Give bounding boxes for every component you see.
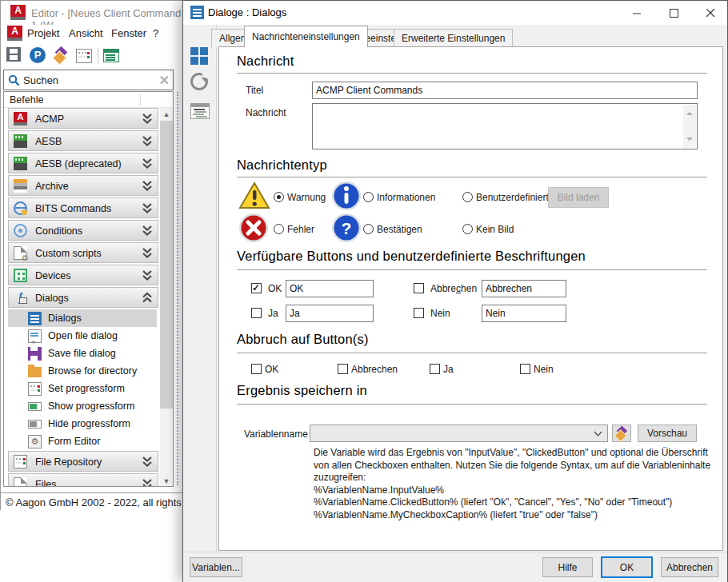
list-item-label: Dialogs (48, 313, 82, 324)
scroll-up-icon[interactable] (686, 109, 693, 115)
menu-ansicht[interactable]: Ansicht (69, 27, 103, 39)
variablen-button[interactable]: Variablen... (190, 557, 242, 577)
nein-caption-input[interactable] (482, 305, 566, 322)
header-column-divider (140, 94, 141, 106)
radio-fehler[interactable] (274, 224, 284, 234)
group-aesb-deprecated[interactable]: AESB (deprecated) (8, 153, 158, 173)
chevron-double-down-icon[interactable] (142, 202, 153, 214)
clear-search-icon[interactable]: ✕ (159, 73, 170, 88)
chevron-double-down-icon[interactable] (142, 247, 153, 259)
group-aesb[interactable]: AESB (8, 130, 158, 151)
group-devices[interactable]: Devices (8, 265, 158, 285)
form-button[interactable] (103, 47, 121, 65)
abort-checkbox-ja[interactable] (430, 364, 440, 374)
close-button[interactable] (698, 2, 722, 24)
list-item-show-progressform[interactable]: Show progressform (8, 397, 157, 415)
chevron-double-down-icon[interactable] (142, 269, 153, 281)
chevron-double-down-icon[interactable] (142, 478, 153, 487)
dialog-window: Dialoge : Dialogs Allgemein Nachrichtene… (182, 0, 728, 582)
vorschau-button[interactable]: Vorschau (638, 425, 697, 442)
project-button[interactable]: P (30, 47, 47, 65)
nachricht-textarea[interactable] (312, 103, 698, 149)
refresh-button[interactable] (190, 73, 210, 92)
group-label: AESB (deprecated) (35, 158, 122, 169)
list-item-save-file-dialog[interactable]: Save file dialog (8, 345, 157, 362)
ja-caption-input[interactable] (286, 305, 374, 322)
list-item-dialogs[interactable]: Dialogs (8, 309, 157, 327)
radio-kein-bild[interactable] (462, 224, 473, 234)
minimize-button[interactable] (625, 2, 649, 24)
help-line: %VariablenName.MyCheckboxCaption% (liefe… (314, 509, 710, 522)
menu-help[interactable]: ? (153, 27, 158, 39)
tab-nachrichteneinstellungen[interactable]: Nachrichteneinstellungen (244, 26, 368, 47)
menu-fenster[interactable]: Fenster (111, 27, 146, 39)
maximize-button[interactable] (662, 2, 686, 24)
ok-button[interactable]: OK (601, 556, 653, 578)
report-button[interactable] (190, 103, 210, 122)
chevron-double-down-icon[interactable] (142, 113, 153, 125)
repository-button[interactable] (76, 47, 94, 65)
question-icon: ? (331, 213, 362, 243)
scroll-down-icon[interactable]: ▼ (160, 475, 173, 487)
chevron-double-up-icon[interactable] (142, 292, 153, 304)
window-splitter[interactable] (177, 92, 179, 485)
group-files[interactable]: Files (8, 473, 158, 487)
group-conditions[interactable]: Conditions (8, 220, 158, 241)
panes-button[interactable] (190, 47, 210, 66)
hilfe-button[interactable]: Hilfe (542, 557, 593, 577)
variablenname-combobox[interactable] (310, 425, 608, 442)
chevron-double-down-icon[interactable] (142, 135, 153, 147)
list-item-hide-progressform[interactable]: Hide progressform (8, 415, 157, 433)
menu-projekt[interactable]: Projekt (27, 27, 59, 39)
section-heading-ergebnis: Ergebnis speichern in (237, 383, 367, 398)
save-button[interactable] (6, 47, 24, 65)
group-custom-scripts[interactable]: Custom scripts (8, 242, 158, 263)
insert-variable-button[interactable] (612, 425, 631, 442)
chevron-double-down-icon[interactable] (142, 225, 153, 237)
group-file-repository[interactable]: File Repository (8, 451, 158, 472)
abort-checkbox-nein[interactable] (520, 364, 530, 374)
abbrechen-caption-input[interactable] (482, 280, 566, 297)
radio-benutzerdefiniert[interactable] (462, 192, 473, 202)
section-divider (237, 177, 707, 177)
list-item-browse-for-directory[interactable]: Browse for directory (8, 362, 157, 380)
checkbox-abbrechen[interactable] (414, 283, 424, 293)
ok-caption-input[interactable] (286, 280, 374, 297)
chevron-double-down-icon[interactable] (142, 157, 153, 169)
radio-warnung[interactable] (274, 192, 284, 202)
help-line: Die Variable wird das Ergebnis von "Inpu… (314, 447, 710, 460)
radio-bestaetigen[interactable] (363, 224, 374, 234)
group-label: Devices (35, 270, 70, 281)
checkbox-ok[interactable] (251, 283, 262, 293)
variables-button[interactable] (53, 47, 70, 65)
list-item-label: Open file dialog (48, 330, 118, 341)
group-label: File Repository (35, 456, 102, 468)
list-item-open-file-dialog[interactable]: Open file dialog (8, 327, 157, 345)
list-item-label: Browse for directory (48, 365, 137, 377)
bild-laden-button[interactable]: Bild laden (548, 187, 609, 208)
checkbox-ja[interactable] (251, 308, 262, 318)
abbrechen-button[interactable]: Abbrechen (661, 557, 718, 577)
editor-titlebar[interactable]: A Editor - [Neues Client Command 1 (W (1, 1, 184, 25)
tab-erweiterte-einstellungen[interactable]: Erweiterte Einstellungen (394, 29, 513, 47)
textarea-scrollbar[interactable] (683, 105, 696, 148)
abort-checkbox-abbrechen[interactable] (338, 364, 348, 374)
scroll-up-icon[interactable]: ▲ (160, 108, 173, 121)
radio-informationen[interactable] (363, 192, 374, 202)
abort-checkbox-ok[interactable] (251, 364, 262, 374)
group-dialogs[interactable]: ʃ Dialogs (8, 287, 158, 308)
search-input[interactable] (23, 71, 151, 89)
list-item-form-editor[interactable]: ⚙ Form Editor (8, 433, 157, 450)
group-acmp[interactable]: A ACMP (8, 108, 158, 129)
group-bits-commands[interactable]: BITS Commands (8, 197, 158, 218)
checkbox-nein[interactable] (414, 308, 424, 318)
scrollbar-thumb[interactable] (160, 121, 173, 409)
chevron-double-down-icon[interactable] (142, 180, 153, 192)
sidebar-scrollbar[interactable]: ▲ ▼ (160, 108, 173, 487)
group-archive[interactable]: Archive (8, 175, 158, 196)
chevron-double-down-icon[interactable] (142, 456, 153, 468)
list-item-set-progressform-properties[interactable]: Set progressform prope... (8, 380, 157, 397)
scroll-down-icon[interactable] (686, 138, 693, 144)
dialog-titlebar[interactable]: Dialoge : Dialogs (183, 1, 727, 25)
titel-input[interactable] (312, 82, 698, 99)
